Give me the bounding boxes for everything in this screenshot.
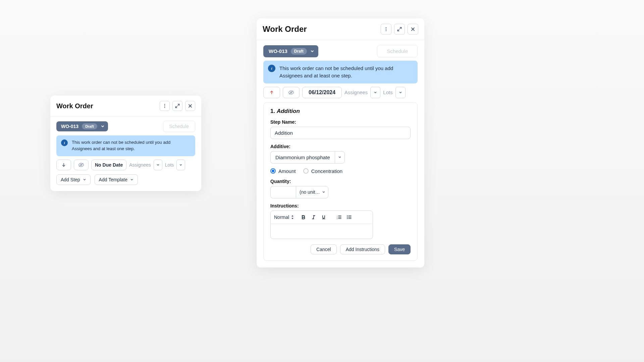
info-banner: i This work order can not be scheduled u… (56, 135, 195, 156)
svg-point-6 (386, 30, 387, 31)
quantity-row: (no unit… (270, 186, 411, 198)
radio-concentration[interactable]: Concentration (303, 168, 342, 174)
close-icon (411, 27, 415, 31)
step-card: 1. Addition Step Name: Additive: Diammon… (263, 102, 418, 261)
meta-row: 06/12/2024 Assignees Lots (263, 87, 418, 98)
chevron-down-icon (338, 156, 341, 159)
priority-button[interactable] (56, 160, 71, 170)
step-number: 1. (270, 108, 275, 114)
status-badge: Draft (291, 48, 307, 55)
lots-label: Lots (383, 89, 392, 95)
panel-header: Work Order (257, 18, 424, 40)
expand-icon (397, 27, 402, 32)
close-icon (188, 104, 192, 108)
due-date-button[interactable]: No Due Date (91, 160, 126, 170)
wo-number: WO-013 (269, 48, 287, 54)
chevron-down-icon (83, 178, 86, 181)
add-step-button[interactable]: Add Step (56, 174, 91, 185)
unit-value: (no unit… (300, 189, 320, 195)
eye-off-icon (288, 90, 294, 95)
svg-point-2 (164, 107, 165, 108)
info-icon: i (268, 65, 275, 72)
add-template-label: Add Template (99, 177, 127, 182)
info-banner: i This work order can not be scheduled u… (263, 61, 418, 83)
bullet-list-button[interactable] (345, 213, 354, 222)
instructions-label: Instructions: (270, 203, 411, 208)
priority-button[interactable] (263, 87, 280, 98)
lots-dropdown[interactable] (395, 87, 406, 98)
visibility-button[interactable] (283, 87, 300, 98)
editor-body[interactable] (271, 224, 373, 239)
chevron-down-icon (156, 163, 160, 167)
step-footer: Cancel Add Instructions Save (270, 244, 411, 254)
work-order-card-collapsed: Work Order WO-013 Draft Schedule i This (50, 96, 201, 191)
status-chip[interactable]: WO-013 Draft (56, 121, 108, 131)
info-icon: i (61, 139, 68, 146)
instructions-editor: Normal 123 (270, 210, 373, 239)
expand-icon (175, 104, 180, 108)
radio-amount-label: Amount (278, 168, 296, 174)
panel-body: WO-013 Draft Schedule i This work order … (257, 40, 424, 267)
save-button[interactable]: Save (388, 244, 411, 254)
add-step-label: Add Step (61, 177, 80, 182)
chevron-down-icon (179, 163, 182, 167)
status-row: WO-013 Draft Schedule (263, 45, 418, 57)
bold-button[interactable] (299, 213, 308, 222)
add-template-button[interactable]: Add Template (95, 174, 138, 185)
expand-button[interactable] (172, 101, 182, 111)
more-menu-button[interactable] (160, 101, 170, 111)
radio-dot-on (270, 168, 276, 174)
more-menu-button[interactable] (381, 24, 391, 35)
arrow-up-icon (269, 90, 274, 95)
bold-icon (301, 215, 306, 220)
meta-row: No Due Date Assignees Lots (56, 160, 195, 170)
format-value: Normal (274, 215, 289, 220)
svg-point-0 (164, 104, 165, 105)
status-chip[interactable]: WO-013 Draft (263, 45, 318, 57)
lots-dropdown[interactable] (176, 160, 185, 170)
info-text: This work order can not be scheduled unt… (279, 65, 413, 79)
schedule-button[interactable]: Schedule (377, 45, 418, 57)
schedule-button[interactable]: Schedule (163, 121, 195, 132)
ordered-list-icon: 123 (336, 215, 342, 220)
assignees-dropdown[interactable] (370, 87, 380, 98)
status-badge: Draft (82, 123, 97, 129)
additive-select[interactable]: Diammonium phosphate (270, 151, 411, 164)
format-select[interactable]: Normal (274, 215, 294, 220)
cancel-button[interactable]: Cancel (311, 244, 337, 254)
due-date-text: 06/12/2024 (309, 89, 335, 96)
measure-type-radio-group: Amount Concentration (270, 168, 411, 174)
close-button[interactable] (185, 101, 195, 111)
status-row: WO-013 Draft Schedule (56, 121, 195, 132)
svg-point-11 (347, 215, 347, 216)
svg-point-1 (164, 106, 165, 107)
step-title: 1. Addition (270, 108, 411, 115)
italic-icon (311, 215, 316, 220)
chevron-down-icon (130, 178, 133, 181)
radio-concentration-label: Concentration (311, 168, 342, 174)
svg-text:3: 3 (337, 218, 338, 219)
assignees-dropdown[interactable] (154, 160, 162, 170)
more-vertical-icon (384, 27, 388, 32)
add-instructions-button[interactable]: Add Instructions (340, 244, 385, 254)
additive-caret[interactable] (335, 151, 345, 164)
step-name-input[interactable] (270, 127, 411, 139)
ordered-list-button[interactable]: 123 (335, 213, 343, 222)
close-button[interactable] (408, 24, 418, 35)
svg-point-4 (386, 27, 387, 28)
eye-off-icon (78, 163, 84, 167)
quantity-input[interactable] (270, 186, 296, 198)
step-name-label: Step Name: (270, 119, 411, 125)
due-date-button[interactable]: 06/12/2024 (302, 87, 342, 98)
visibility-button[interactable] (74, 160, 89, 170)
radio-amount[interactable]: Amount (270, 168, 296, 174)
step-name-heading: Addition (277, 108, 300, 114)
expand-button[interactable] (394, 24, 405, 35)
underline-button[interactable] (319, 213, 328, 222)
arrow-down-icon (61, 163, 66, 167)
wo-number: WO-013 (61, 124, 78, 129)
lots-label: Lots (165, 162, 174, 168)
unit-select[interactable]: (no unit… (296, 186, 328, 198)
chevron-down-icon (101, 124, 105, 128)
italic-button[interactable] (309, 213, 318, 222)
